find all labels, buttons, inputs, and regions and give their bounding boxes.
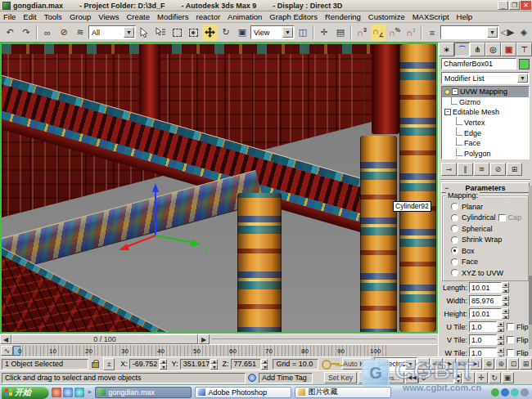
start-button[interactable]: 开始 (2, 386, 49, 399)
cap-checkbox[interactable] (498, 214, 506, 222)
spinner-arrows[interactable] (160, 359, 166, 370)
mirror-icon[interactable]: ◁▶ (500, 25, 515, 41)
remove-modifier-icon[interactable]: ⊘ (490, 163, 506, 176)
x-coordinate-field[interactable]: -69.752 (129, 359, 160, 370)
height-field[interactable]: 10.01 (469, 308, 502, 319)
menu-tools[interactable]: Tools (44, 12, 62, 21)
quick-launch-icon[interactable] (74, 388, 84, 397)
previous-frame-button[interactable]: ◀◀ (431, 358, 443, 370)
spinner-snap-toggle-icon[interactable]: ∩↕ (404, 25, 418, 41)
track-bar[interactable]: ∿ 0 10 20 30 40 50 60 70 80 90 100 (0, 344, 438, 356)
arc-rotate-icon[interactable]: ↻ (489, 372, 501, 383)
go-to-start-button[interactable]: |◀ (417, 358, 430, 370)
named-selection-dropdown[interactable]: ▼ (440, 25, 499, 39)
pan-icon[interactable]: ✛ (476, 372, 488, 383)
v-flip-checkbox[interactable] (507, 336, 514, 343)
radio-planar[interactable]: Planar (446, 201, 526, 213)
menu-graph-editors[interactable]: Graph Editors (269, 12, 318, 21)
stack-row-uvw-mapping[interactable]: − UVW Mapping (442, 87, 529, 97)
select-and-rotate-icon[interactable]: ↻ (219, 25, 233, 41)
tab-display-icon[interactable]: ▣ (501, 43, 516, 56)
select-and-move-icon[interactable] (202, 25, 217, 41)
chevron-down-icon[interactable]: ▼ (487, 27, 498, 38)
tray-icon[interactable] (511, 388, 519, 397)
chevron-down-icon[interactable]: ▼ (517, 74, 528, 83)
tab-modify-icon[interactable]: ⌒ (454, 43, 470, 56)
pin-stack-icon[interactable]: ⊸ (441, 163, 457, 176)
selection-filter-dropdown[interactable]: All ▼ (88, 25, 136, 39)
stack-row-polygon[interactable]: Polygon (442, 149, 529, 159)
next-frame-button[interactable]: ▶▶ (457, 358, 469, 370)
reference-coordinate-system-dropdown[interactable]: View ▼ (250, 25, 295, 39)
radio-xyz-to-uvw[interactable]: XYZ to UVW (446, 267, 526, 279)
make-unique-icon[interactable]: ≋ (474, 163, 489, 176)
select-and-scale-icon[interactable]: ▣ (235, 25, 250, 41)
menu-group[interactable]: Group (70, 12, 91, 21)
menu-reactor[interactable]: reactor (196, 12, 221, 21)
restore-button[interactable]: ❐ (509, 1, 520, 10)
chevron-down-icon[interactable]: ▼ (405, 359, 416, 370)
stack-row-element[interactable]: Element (442, 159, 529, 159)
stack-row-vertex[interactable]: Vertex (442, 118, 529, 128)
object-name-field[interactable]: ChamferBox01 (441, 58, 516, 69)
window-crossing-icon[interactable] (186, 25, 201, 41)
title-bar[interactable]: gongdian.max - Project Folder: D:\3d_F -… (0, 0, 532, 11)
object-color-swatch[interactable] (519, 59, 530, 69)
maximize-viewport-toggle-icon[interactable]: ▣ (502, 372, 514, 383)
tab-create-icon[interactable]: ∗ (439, 43, 454, 56)
redo-icon[interactable]: ↷ (19, 25, 34, 41)
undo-icon[interactable]: ↶ (2, 25, 17, 41)
quick-launch-overflow-chevron[interactable]: » (88, 388, 91, 396)
radio-cylindrical[interactable]: CylindricalCap (446, 213, 526, 224)
tab-utilities-icon[interactable]: ⊤ (516, 43, 532, 56)
play-button[interactable]: ▶ (444, 358, 456, 370)
taskbar-button-pictures[interactable]: 图片收藏 (295, 387, 391, 398)
tab-motion-icon[interactable]: ◎ (485, 43, 501, 56)
spinner-arrows[interactable] (502, 308, 509, 319)
minimize-button[interactable]: _ (498, 1, 508, 10)
chevron-down-icon[interactable]: ▼ (282, 27, 293, 38)
select-and-manipulate-icon[interactable]: ✛ (317, 25, 331, 41)
zoom-extents-all-icon[interactable]: ⊞ (520, 358, 531, 370)
w-tile-field[interactable]: 1.0 (469, 347, 497, 356)
spinner-arrows[interactable] (497, 347, 504, 356)
absolute-offset-toggle-icon[interactable]: ± (103, 358, 115, 370)
taskbar-button-3dsmax[interactable]: gongdian.max (95, 387, 192, 398)
time-slider-track[interactable] (211, 338, 436, 340)
spinner-arrows[interactable] (210, 359, 217, 370)
menu-animation[interactable]: Animation (228, 12, 262, 21)
tray-icon[interactable] (521, 388, 529, 397)
radio-box[interactable]: Box (446, 245, 526, 257)
mini-curve-editor-icon[interactable]: ∿ (1, 346, 13, 356)
w-flip-checkbox[interactable] (507, 349, 514, 356)
zoom-icon[interactable]: ⊕ (483, 358, 494, 370)
spinner-arrows[interactable] (497, 334, 504, 345)
add-time-tag[interactable]: Add Time Tag (259, 373, 313, 383)
length-field[interactable]: 10.01 (469, 282, 502, 293)
chevron-down-icon[interactable]: ▼ (124, 27, 134, 38)
unlink-selection-icon[interactable]: ⊘ (56, 25, 71, 41)
stack-row-face[interactable]: Face (442, 138, 529, 149)
show-end-result-icon[interactable]: ∥ (458, 163, 473, 176)
u-flip-checkbox[interactable] (507, 323, 514, 330)
menu-help[interactable]: Help (457, 12, 473, 21)
bind-to-space-warp-icon[interactable]: ≋ (73, 25, 88, 41)
spinner-arrows[interactable] (454, 373, 462, 383)
modifier-on-bulb-icon[interactable] (444, 89, 450, 95)
key-mode-dropdown[interactable]: Selected ▼ (374, 357, 417, 371)
quick-launch-icon[interactable] (52, 388, 61, 397)
current-frame-field[interactable]: 0 (418, 373, 454, 383)
y-coordinate-field[interactable]: 351.917 (180, 359, 211, 370)
menu-create[interactable]: Create (126, 12, 150, 21)
menu-modifiers[interactable]: Modifiers (157, 12, 189, 21)
perspective-viewport[interactable]: y Cylinder92 (0, 43, 438, 334)
menu-rendering[interactable]: Rendering (325, 12, 361, 21)
snaps-toggle-icon[interactable]: ∩3 (354, 25, 369, 41)
auto-key-button[interactable]: Auto Key (342, 358, 372, 370)
key-filters-button[interactable]: Key Filters... (358, 372, 404, 383)
stack-row-gizmo[interactable]: Gizmo (442, 97, 529, 108)
time-slider-handle[interactable]: 0 / 100 (11, 334, 198, 344)
named-selection-sets-icon[interactable]: ≡ (425, 25, 440, 41)
spinner-arrows[interactable] (497, 321, 504, 332)
menu-customize[interactable]: Customize (368, 12, 405, 21)
